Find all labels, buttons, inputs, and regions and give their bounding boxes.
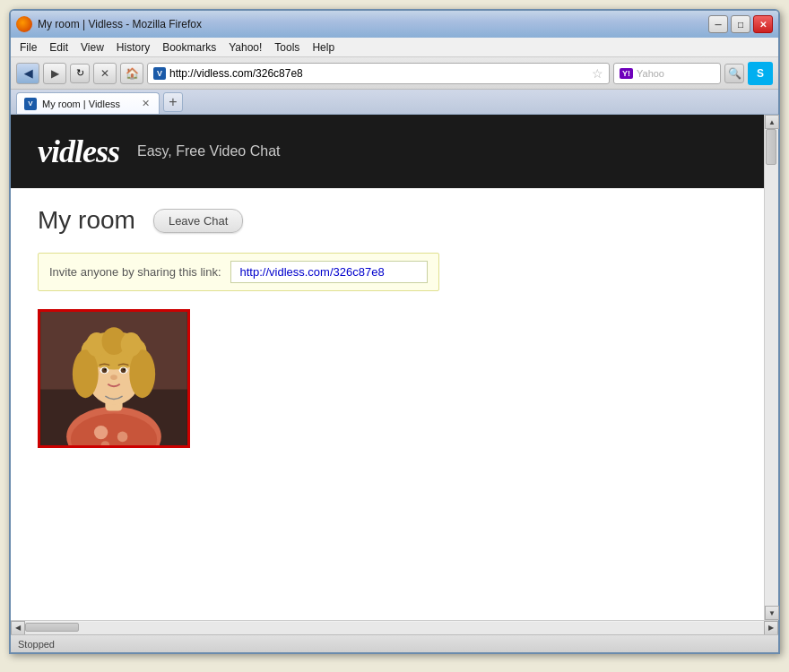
bookmark-star-icon[interactable]: ☆ [592,66,603,81]
video-container [38,309,737,448]
address-bar[interactable]: V http://vidless.com/326c87e8 ☆ [147,63,610,84]
tab-close-button[interactable]: ✕ [139,98,152,110]
menu-help[interactable]: Help [307,39,340,56]
h-scroll-track[interactable] [25,622,764,634]
svg-point-4 [94,426,108,439]
menu-view[interactable]: View [75,39,109,56]
room-header: My room Leave Chat [38,206,737,235]
status-bar: Stopped [11,634,778,652]
search-bar[interactable]: Y! Yahoo [613,63,721,84]
home-button[interactable]: 🏠 [120,63,143,84]
window-controls: ─ □ ✕ [708,15,773,33]
svg-point-20 [124,368,126,370]
active-tab[interactable]: V My room | Vidless ✕ [16,92,160,114]
scroll-thumb[interactable] [766,129,776,165]
forward-button[interactable]: ▶ [43,63,66,84]
room-title: My room [38,206,135,235]
search-button[interactable]: 🔍 [724,64,744,83]
tab-favicon: V [24,98,37,110]
tab-label: My room | Vidless [42,99,120,109]
nav-bar: ◀ ▶ ↻ ✕ 🏠 V http://vidless.com/326c87e8 … [11,57,778,90]
vertical-scrollbar[interactable]: ▲ ▼ [764,115,778,620]
scroll-left-button[interactable]: ◀ [11,621,25,635]
menu-tools[interactable]: Tools [269,39,305,56]
yahoo-badge: Y! [620,68,633,79]
tabs-bar: V My room | Vidless ✕ + [11,90,778,115]
horizontal-scrollbar[interactable]: ◀ ▶ [11,620,778,634]
browser-window: My room | Vidless - Mozilla Firefox ─ □ … [9,9,780,654]
invite-link-box[interactable]: http://vidless.com/326c87e8 [230,261,428,283]
svg-point-14 [121,332,142,357]
scroll-track[interactable] [765,129,778,606]
svg-point-21 [110,375,117,380]
minimize-button[interactable]: ─ [708,15,728,33]
new-tab-button[interactable]: + [163,92,183,112]
stop-button[interactable]: ✕ [93,63,117,84]
search-placeholder: Yahoo [637,68,664,79]
site-header: vidless Easy, Free Video Chat [11,115,764,188]
svg-point-18 [121,367,126,373]
scroll-right-button[interactable]: ▶ [764,621,778,635]
window-title: My room | Vidless - Mozilla Firefox [38,18,202,30]
menu-bookmarks[interactable]: Bookmarks [157,39,221,56]
reload-button[interactable]: ↻ [70,64,90,83]
site-tagline: Easy, Free Video Chat [137,143,281,159]
svg-point-17 [102,367,108,373]
person-svg [40,312,187,445]
leave-chat-button[interactable]: Leave Chat [153,209,244,233]
menu-history[interactable]: History [111,39,155,56]
page-area: vidless Easy, Free Video Chat My room Le… [11,115,764,620]
back-button[interactable]: ◀ [16,63,39,84]
svg-point-19 [104,368,106,370]
h-scroll-thumb[interactable] [25,623,79,632]
menu-yahoo[interactable]: Yahoo! [223,39,267,56]
site-logo: vidless [38,133,119,170]
scroll-up-button[interactable]: ▲ [765,115,779,129]
firefox-icon [16,16,32,32]
maximize-button[interactable]: □ [731,15,750,33]
address-text: http://vidless.com/326c87e8 [169,67,588,80]
scroll-down-button[interactable]: ▼ [765,606,779,620]
skype-button[interactable]: S [748,62,773,85]
svg-point-11 [129,349,155,398]
close-button[interactable]: ✕ [753,15,773,33]
local-video-feed [38,309,190,448]
title-bar-left: My room | Vidless - Mozilla Firefox [16,16,202,32]
svg-point-5 [117,432,128,443]
svg-point-10 [73,349,99,398]
vidless-favicon: V [153,67,166,80]
menu-bar: File Edit View History Bookmarks Yahoo! … [11,38,778,57]
menu-edit[interactable]: Edit [44,39,74,56]
menu-file[interactable]: File [14,39,42,56]
invite-section: Invite anyone by sharing this link: http… [38,253,439,291]
content-scroll-area: vidless Easy, Free Video Chat My room Le… [11,115,778,620]
bottom-content: vidless Easy, Free Video Chat My room Le… [11,115,778,634]
page-content: My room Leave Chat Invite anyone by shar… [11,188,764,620]
invite-label: Invite anyone by sharing this link: [49,265,221,279]
title-bar: My room | Vidless - Mozilla Firefox ─ □ … [11,11,778,38]
status-text: Stopped [18,639,55,650]
